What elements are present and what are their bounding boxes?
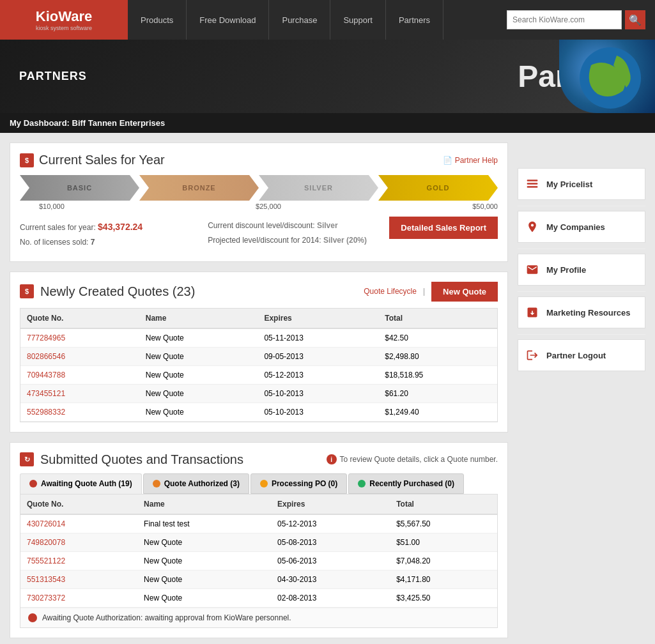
detailed-sales-report-button[interactable]: Detailed Sales Report: [389, 217, 498, 239]
quotes-icon: $: [20, 284, 34, 298]
sub-quote-total: $51.00: [390, 533, 497, 551]
quote-total: $61.20: [378, 384, 497, 402]
logo-text: KioWare: [36, 8, 92, 25]
sales-header: $ Current Sales for Year 📄 Partner Help: [20, 153, 498, 167]
partner-help-link[interactable]: 📄 Partner Help: [443, 156, 498, 165]
tabs: Awaiting Quote Auth (19) Quote Authorize…: [20, 473, 498, 494]
nav-free-download[interactable]: Free Download: [187, 0, 269, 40]
logo[interactable]: KioWare kiosk system software: [0, 0, 128, 40]
pdf-icon: 📄: [443, 156, 452, 165]
progress-labels: $10,000 $25,000 $50,000: [20, 203, 498, 210]
tab-0[interactable]: Awaiting Quote Auth (19): [20, 473, 142, 494]
dashboard-title: My Dashboard: Biff Tannen Enterprises: [10, 118, 165, 128]
nav-support[interactable]: Support: [330, 0, 386, 40]
sales-col-2: Current discount level/discount: Silver …: [208, 220, 376, 252]
tab-label: Recently Purchased (0): [369, 479, 454, 488]
submitted-title: Submitted Quotes and Transactions: [40, 452, 320, 467]
sub-col-name: Name: [137, 494, 271, 514]
sidebar-label: Marketing Resources: [546, 308, 631, 318]
sub-quote-number[interactable]: 730273372: [27, 594, 65, 602]
label-10k: $10,000: [20, 203, 192, 210]
svg-rect-0: [527, 180, 538, 181]
quote-name: New Quote: [139, 365, 258, 384]
quote-name: New Quote: [139, 384, 258, 402]
quotes-table-head: Quote No. Name Expires Total: [20, 309, 497, 328]
submitted-icon: ↻: [20, 452, 34, 466]
discount-label: Current discount level/discount:: [208, 221, 314, 230]
sub-quote-number[interactable]: 755521122: [27, 556, 65, 565]
tab-label: Processing PO (0): [272, 479, 337, 488]
globe-graphic: [559, 40, 655, 113]
table-row: 551313543 New Quote 04-30-2013 $4,171.80: [20, 570, 497, 588]
banner: PARTNERS Partners: [0, 40, 655, 113]
svg-rect-1: [527, 183, 538, 185]
quote-total: $18,518.95: [378, 365, 497, 384]
tab-2[interactable]: Processing PO (0): [250, 473, 347, 494]
sub-col-total: Total: [390, 494, 497, 514]
sidebar-divider: [518, 334, 645, 335]
quotes-table-wrapper[interactable]: Quote No. Name Expires Total 777284965 N…: [20, 308, 498, 422]
sidebar-item-pricelist[interactable]: My Pricelist: [518, 168, 645, 200]
quotes-table: Quote No. Name Expires Total 777284965 N…: [20, 309, 497, 422]
footer-note-text: Awaiting Quote Authorization: awaiting a…: [42, 613, 291, 622]
tab-3[interactable]: Recently Purchased (0): [348, 473, 464, 494]
sidebar-label: Partner Logout: [546, 351, 606, 360]
quotes-header: $ Newly Created Quotes (23) Quote Lifecy…: [20, 282, 498, 302]
sub-quote-name: New Quote: [137, 533, 271, 551]
search-input[interactable]: [507, 10, 622, 29]
sidebar-item-marketing[interactable]: Marketing Resources: [518, 296, 645, 328]
submitted-section: ↻ Submitted Quotes and Transactions i To…: [10, 442, 508, 638]
submitted-table-wrapper[interactable]: Quote No. Name Expires Total 430726014 F…: [20, 494, 498, 628]
companies-icon: [525, 219, 540, 234]
search-area: 🔍: [497, 10, 655, 29]
quote-total: $42.50: [378, 328, 497, 348]
current-sales-label: Current sales for year:: [20, 223, 96, 232]
banner-section: PARTNERS: [19, 70, 87, 83]
sub-quote-total: $3,425.50: [390, 588, 497, 607]
sub-quote-expires: 02-08-2013: [271, 588, 390, 607]
col-quote-no: Quote No.: [20, 309, 139, 328]
sub-quote-number[interactable]: 749820078: [27, 538, 65, 547]
banner-right: Partners: [431, 40, 655, 113]
nav-partners[interactable]: Partners: [386, 0, 443, 40]
sidebar-item-profile[interactable]: My Profile: [518, 254, 645, 286]
nav-products[interactable]: Products: [128, 0, 187, 40]
quote-number[interactable]: 802866546: [27, 352, 65, 361]
new-quote-button[interactable]: New Quote: [431, 282, 498, 302]
tab-1[interactable]: Quote Authorized (3): [143, 473, 249, 494]
nav-purchase[interactable]: Purchase: [269, 0, 330, 40]
projected-row: Projected level/discount for 2014: Silve…: [208, 234, 376, 247]
info-note-text: To review Quote details, click a Quote n…: [340, 455, 498, 464]
sidebar-item-logout[interactable]: Partner Logout: [518, 339, 645, 371]
quote-number[interactable]: 777284965: [27, 334, 65, 342]
quote-expires: 05-12-2013: [258, 365, 378, 384]
quote-name: New Quote: [139, 328, 258, 348]
content-left: $ Current Sales for Year 📄 Partner Help …: [10, 142, 508, 638]
col-expires: Expires: [258, 309, 378, 328]
sub-quote-name: Final test test: [137, 514, 271, 533]
progress-bar: BASIC BRONZE SILVER GOLD: [20, 175, 498, 201]
tier-silver: SILVER: [259, 175, 378, 201]
sidebar-item-companies[interactable]: My Companies: [518, 211, 645, 243]
search-button[interactable]: 🔍: [625, 10, 645, 29]
sub-quote-number[interactable]: 430726014: [27, 519, 65, 528]
current-sales-value: $43,372.24: [98, 222, 143, 232]
quote-lifecycle-link[interactable]: Quote Lifecycle: [364, 287, 417, 296]
quote-name: New Quote: [139, 402, 258, 421]
projected-label: Projected level/discount for 2014:: [208, 236, 321, 245]
sub-quote-name: New Quote: [137, 551, 271, 570]
tab-label: Awaiting Quote Auth (19): [41, 479, 132, 488]
col-total: Total: [378, 309, 497, 328]
sub-quote-number[interactable]: 551313543: [27, 575, 65, 584]
sales-col-1: Current sales for year: $43,372.24 No. o…: [20, 220, 189, 252]
logout-icon: [525, 348, 540, 363]
table-row: 430726014 Final test test 05-12-2013 $5,…: [20, 514, 497, 533]
sub-quote-expires: 05-06-2013: [271, 551, 390, 570]
table-row: 473455121 New Quote 05-10-2013 $61.20: [20, 384, 497, 402]
sales-icon: $: [20, 153, 34, 167]
discount-value: Silver: [317, 221, 338, 230]
quote-number[interactable]: 473455121: [27, 389, 65, 398]
quote-number[interactable]: 552988332: [27, 408, 65, 417]
quote-number[interactable]: 709443788: [27, 371, 65, 379]
main-content: $ Current Sales for Year 📄 Partner Help …: [0, 133, 655, 644]
